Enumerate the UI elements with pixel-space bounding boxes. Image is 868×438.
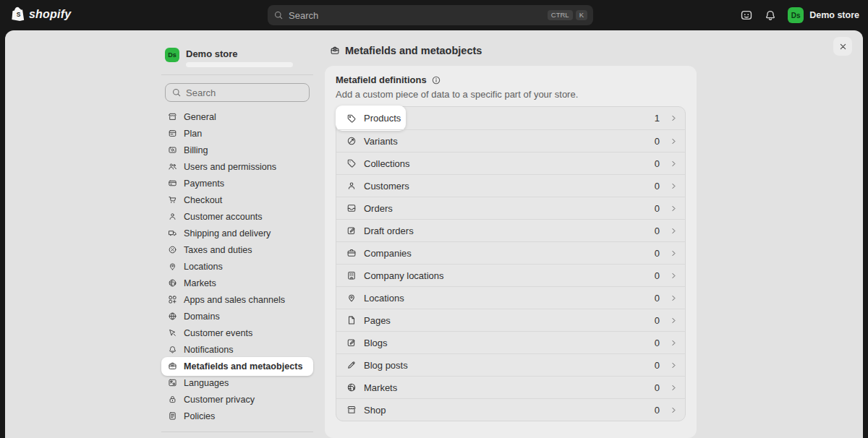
tag-icon [346,113,357,124]
metafield-row-draft-orders[interactable]: Draft orders0 [336,219,685,241]
sidebar-store-header: Ds Demo store [161,48,313,67]
metafield-row-collections[interactable]: Collections0 [336,152,685,174]
sidebar-item-languages[interactable]: Languages [161,374,313,391]
chevron-right-icon [669,113,678,123]
chevron-right-icon [669,338,678,348]
sidebar-item-label: Payments [184,179,224,189]
sidebar-item-label: Billing [184,146,208,155]
sidebar-item-customer-accounts[interactable]: Customer accounts [161,208,313,225]
sidebar-item-label: Customer accounts [184,212,263,222]
plan-icon [168,129,177,138]
domains-icon [168,312,177,321]
metafield-row-orders[interactable]: Orders0 [336,197,685,219]
sidebar-item-checkout[interactable]: Checkout [161,192,313,208]
sidebar-item-shipping-and-delivery[interactable]: Shipping and delivery [161,225,313,241]
sidebar-item-metafields-and-metaobjects[interactable]: Metafields and metaobjects [161,357,313,376]
chevron-right-icon [669,405,678,415]
row-label: Orders [364,203,655,214]
sidebar-item-policies[interactable]: Policies [161,408,313,424]
sidebar-item-taxes-and-duties[interactable]: Taxes and duties [161,241,313,258]
chevron-right-icon [669,361,678,370]
settings-sidebar: Ds Demo store Search GeneralPlanBillingU… [161,30,313,438]
store-icon [346,405,357,415]
chevron-right-icon [669,316,678,325]
close-icon [838,41,848,52]
row-label: Locations [364,293,655,304]
row-label: Companies [364,248,655,259]
metafield-row-shop[interactable]: Shop0 [336,398,685,421]
sidebar-item-customer-privacy[interactable]: Customer privacy [161,391,313,408]
settings-search-placeholder: Search [186,87,216,98]
card-heading: Metafield definitions [336,74,427,85]
topbar-actions: Ds Demo store [740,0,859,30]
metafield-row-markets[interactable]: Markets0 [336,376,685,398]
sidekick-icon[interactable] [740,9,753,22]
store-name: Demo store [809,10,859,20]
global-search-input[interactable]: Search CTRL K [268,5,593,25]
shopify-logo[interactable]: S shopify [12,7,71,22]
blogs-icon [346,338,357,348]
sidebar-item-apps-and-sales-channels[interactable]: Apps and sales channels [161,291,313,308]
row-label: Customers [364,181,655,192]
sidebar-item-label: Taxes and duties [184,246,252,255]
sidebar-item-payments[interactable]: Payments [161,175,313,192]
row-count: 0 [655,338,660,348]
chevron-right-icon [669,204,678,213]
sidebar-item-billing[interactable]: Billing [161,142,313,158]
metafield-row-pages[interactable]: Pages0 [336,309,685,331]
payments-icon [168,179,177,188]
store-subtitle-placeholder [186,62,293,67]
chevron-right-icon [669,137,678,146]
sidebar-item-label: Markets [184,279,216,288]
global-search-placeholder: Search [289,10,542,21]
orders-icon [346,203,357,213]
notifications-bell-icon[interactable] [764,9,777,22]
topbar: S shopify Search CTRL K Ds Demo store [0,0,868,30]
sidebar-item-domains[interactable]: Domains [161,308,313,325]
cart-icon [168,195,177,205]
sidebar-item-label: Plan [184,129,202,139]
store-avatar: Ds [165,48,179,62]
cursor-icon [168,328,177,338]
pages-icon [346,315,357,325]
search-shortcut: CTRL K [548,10,587,20]
sidebar-item-markets[interactable]: Markets [161,275,313,291]
close-button[interactable] [833,37,852,56]
row-label: Collections [364,158,655,169]
row-count: 1 [655,113,660,124]
metafield-row-customers[interactable]: Customers0 [336,174,685,197]
info-icon[interactable] [431,75,441,85]
metafield-row-blogs[interactable]: Blogs0 [336,331,685,353]
row-count: 0 [655,293,660,304]
shopify-bag-icon: S [12,7,25,22]
users-icon [168,162,177,171]
settings-nav: GeneralPlanBillingUsers and permissionsP… [161,108,313,424]
chevron-right-icon [669,383,678,392]
taxes-icon [168,245,177,254]
chevron-right-icon [669,271,678,280]
settings-search-input[interactable]: Search [165,83,310,102]
metafield-row-products[interactable]: Products1 [336,107,685,129]
card-description: Add a custom piece of data to a specific… [336,89,686,100]
sidebar-item-customer-events[interactable]: Customer events [161,325,313,341]
row-label: Markets [364,382,655,393]
sidebar-item-plan[interactable]: Plan [161,125,313,142]
row-count: 0 [655,315,660,326]
sidebar-item-general[interactable]: General [161,108,313,125]
metafield-row-blog-posts[interactable]: Blog posts0 [336,353,685,376]
metafield-row-variants[interactable]: Variants0 [336,129,685,152]
sidebar-item-notifications[interactable]: Notifications [161,341,313,358]
chevron-right-icon [669,181,678,191]
metafield-row-companies[interactable]: Companies0 [336,241,685,264]
sidebar-item-users-and-permissions[interactable]: Users and permissions [161,158,313,175]
chevron-right-icon [669,249,678,258]
metafield-definitions-card: Metafield definitions Add a custom piece… [325,66,697,438]
sidebar-item-locations[interactable]: Locations [161,258,313,275]
store-menu[interactable]: Ds Demo store [788,7,859,23]
metafield-row-locations[interactable]: Locations0 [336,286,685,309]
metafield-row-company-locations[interactable]: Company locations0 [336,264,685,286]
sidebar-item-label: Metafields and metaobjects [184,362,302,372]
divider [161,74,313,75]
row-count: 0 [655,181,660,192]
settings-modal: Ds Demo store Search GeneralPlanBillingU… [5,30,863,438]
